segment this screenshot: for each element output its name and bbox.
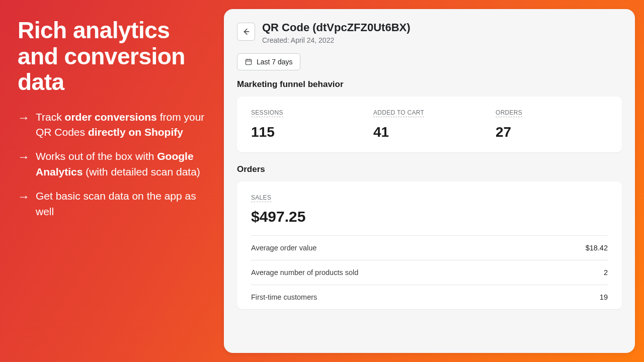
stat-label: SESSIONS [251,109,283,117]
stat-value: 27 [496,124,608,140]
stat-label: ADDED TO CART [373,109,424,117]
promo-bullet: → Track order conversions from your QR C… [18,110,211,140]
calendar-icon [245,58,253,66]
metric-value: 2 [604,268,608,277]
orders-heading: Orders [237,164,622,174]
app-panel: QR Code (dtVpcZFZ0Ut6BX) Created: April … [224,9,635,353]
stat-label: ORDERS [496,109,522,117]
date-range-picker[interactable]: Last 7 days [237,53,300,70]
metric-value: $18.42 [586,244,608,252]
page-subtitle: Created: April 24, 2022 [262,36,411,44]
arrow-right-icon: → [18,149,30,164]
page-title: QR Code (dtVpcZFZ0Ut6BX) [262,21,411,34]
svg-rect-1 [246,60,251,65]
stat-orders: ORDERS 27 [496,108,608,140]
metric-value: 19 [600,293,608,301]
sales-label: SALES [251,194,271,202]
stat-value: 115 [251,124,363,140]
stat-added-to-cart: ADDED TO CART 41 [373,108,486,140]
arrow-right-icon: → [18,110,30,125]
orders-card: SALES $497.25 Average order value $18.42… [237,182,622,309]
funnel-heading: Marketing funnel behavior [237,79,622,89]
app-header: QR Code (dtVpcZFZ0Ut6BX) Created: April … [237,21,622,44]
metric-row: Average order value $18.42 [251,235,608,260]
promo-list: → Track order conversions from your QR C… [18,110,211,220]
arrow-left-icon [242,27,251,36]
funnel-card: SESSIONS 115 ADDED TO CART 41 ORDERS 27 [237,97,622,152]
back-button[interactable] [237,23,255,41]
promo-bullet: → Get basic scan data on the app as well [18,189,211,219]
date-range-label: Last 7 days [257,58,293,66]
metric-label: Average number of products sold [251,268,358,277]
sales-value: $497.25 [251,208,608,225]
promo-panel: Rich analytics and conversion data → Tra… [18,18,211,228]
stat-sessions: SESSIONS 115 [251,108,363,140]
metric-row: Average number of products sold 2 [251,260,608,285]
metric-label: Average order value [251,244,316,252]
arrow-right-icon: → [18,189,30,204]
metric-row: First-time customers 19 [251,285,608,309]
promo-heading: Rich analytics and conversion data [18,18,211,96]
promo-bullet: → Works out of the box with Google Analy… [18,149,211,179]
stat-value: 41 [373,124,486,140]
metric-label: First-time customers [251,293,317,301]
